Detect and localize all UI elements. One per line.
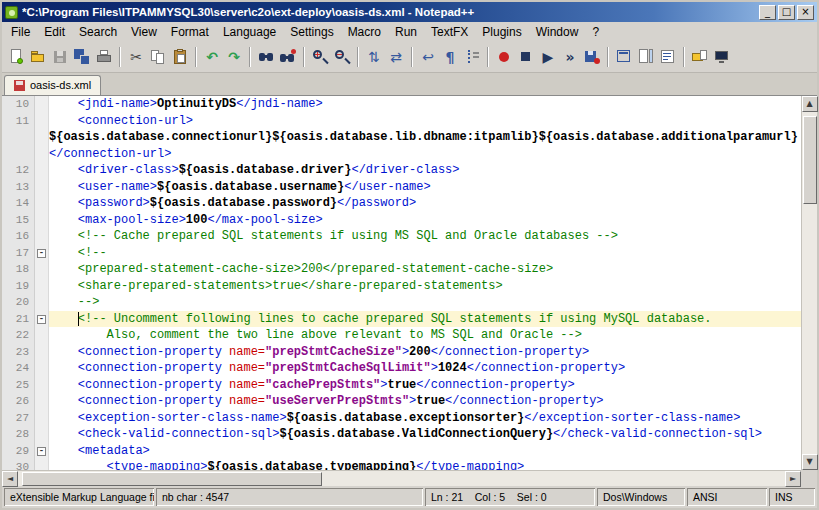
fold-margin[interactable]: -: [35, 245, 49, 262]
copy-icon[interactable]: [148, 47, 168, 67]
function-list-icon[interactable]: [658, 47, 678, 67]
vertical-scrollbar[interactable]: ▲ ▼: [801, 96, 817, 470]
menu-item-settings[interactable]: Settings: [283, 23, 340, 41]
word-wrap-icon[interactable]: ↩: [418, 47, 438, 67]
code-line[interactable]: <!--: [49, 245, 801, 262]
show-all-characters-icon[interactable]: ¶: [440, 47, 460, 67]
stop-recording-icon[interactable]: [516, 47, 536, 67]
code-line[interactable]: <type-mapping>${oasis.database.typemappi…: [49, 459, 801, 470]
menu-item-search[interactable]: Search: [72, 23, 124, 41]
new-file-icon[interactable]: [6, 47, 26, 67]
doc-map-icon[interactable]: [636, 47, 656, 67]
horizontal-scrollbar[interactable]: ◄ ►: [2, 470, 801, 486]
menu-item-view[interactable]: View: [124, 23, 164, 41]
code-line[interactable]: <check-valid-connection-sql>${oasis.data…: [49, 426, 801, 443]
file-browser-icon[interactable]: [690, 47, 710, 67]
menu-item-run[interactable]: Run: [388, 23, 424, 41]
status-insert-mode[interactable]: INS: [769, 488, 815, 506]
record-macro-icon[interactable]: [494, 47, 514, 67]
menu-item-macro[interactable]: Macro: [341, 23, 388, 41]
zoom-in-icon[interactable]: [310, 47, 330, 67]
editor-row: 23 <connection-property name="prepStmtCa…: [2, 344, 801, 361]
open-file-icon[interactable]: [28, 47, 48, 67]
line-number: 30: [2, 459, 35, 470]
close-button[interactable]: ×: [797, 5, 814, 20]
line-number: 14: [2, 195, 35, 212]
fold-collapse-icon[interactable]: -: [37, 249, 46, 258]
minimize-button[interactable]: _: [759, 5, 776, 20]
save-macro-icon[interactable]: [582, 47, 602, 67]
code-line[interactable]: <exception-sorter-class-name>${oasis.dat…: [49, 410, 801, 427]
sync-scroll-h-icon[interactable]: ⇄: [386, 47, 406, 67]
full-screen-icon[interactable]: [614, 47, 634, 67]
code-line[interactable]: ${oasis.database.connectionurl}${oasis.d…: [49, 129, 801, 146]
current-code-line[interactable]: <!-- Uncomment following lines to cache …: [49, 311, 801, 328]
undo-icon[interactable]: ↶: [202, 47, 222, 67]
code-line[interactable]: <driver-class>${oasis.database.driver}</…: [49, 162, 801, 179]
code-line[interactable]: Also, comment the two line above relevan…: [49, 327, 801, 344]
menu-item-window[interactable]: Window: [529, 23, 586, 41]
tab-oasis-ds[interactable]: oasis-ds.xml: [4, 75, 101, 95]
code-line[interactable]: <connection-property name="useServerPrep…: [49, 393, 801, 410]
code-line[interactable]: <connection-property name="cachePrepStmt…: [49, 377, 801, 394]
scroll-up-icon[interactable]: ▲: [802, 96, 818, 112]
code-line[interactable]: <connection-property name="prepStmtCache…: [49, 344, 801, 361]
menu-item-edit[interactable]: Edit: [37, 23, 72, 41]
code-line[interactable]: <share-prepared-statements>true</share-p…: [49, 278, 801, 295]
menu-item-file[interactable]: File: [4, 23, 37, 41]
code-line[interactable]: <max-pool-size>100</max-pool-size>: [49, 212, 801, 229]
scroll-left-icon[interactable]: ◄: [2, 471, 18, 487]
editor-lines[interactable]: 10 <jndi-name>OptinuityDS</jndi-name>11 …: [2, 96, 801, 470]
vertical-scroll-thumb[interactable]: [803, 116, 817, 204]
line-number: 13: [2, 179, 35, 196]
fold-margin: [35, 195, 49, 212]
code-line[interactable]: <metadata>: [49, 443, 801, 460]
zoom-out-icon[interactable]: [332, 47, 352, 67]
status-encoding[interactable]: ANSI: [687, 488, 767, 506]
fold-margin[interactable]: -: [35, 443, 49, 460]
replace-icon[interactable]: [278, 47, 298, 67]
toolbar-separator: [357, 47, 359, 67]
code-line[interactable]: <connection-url>: [49, 113, 801, 130]
status-eol-format[interactable]: Dos\Windows: [597, 488, 685, 506]
code-line[interactable]: <!-- Cache prepared SQL statements if us…: [49, 228, 801, 245]
cut-icon[interactable]: ✂: [126, 47, 146, 67]
fold-margin: [35, 294, 49, 311]
code-line[interactable]: -->: [49, 294, 801, 311]
code-line[interactable]: <password>${oasis.database.password}</pa…: [49, 195, 801, 212]
save-all-icon[interactable]: [72, 47, 92, 67]
sync-scroll-v-icon[interactable]: ⇅: [364, 47, 384, 67]
show-indent-guide-icon[interactable]: [462, 47, 482, 67]
code-line[interactable]: <prepared-statement-cache-size>200</prep…: [49, 261, 801, 278]
code-line[interactable]: <connection-property name="prepStmtCache…: [49, 360, 801, 377]
horizontal-scroll-thumb[interactable]: [22, 472, 322, 486]
playback-macro-icon[interactable]: ▶: [538, 47, 558, 67]
menu-item-textfx[interactable]: TextFX: [424, 23, 475, 41]
scroll-down-icon[interactable]: ▼: [802, 454, 818, 470]
menu-item-plugins[interactable]: Plugins: [475, 23, 528, 41]
fold-margin[interactable]: -: [35, 311, 49, 328]
fold-collapse-icon[interactable]: -: [37, 447, 46, 456]
line-number: 19: [2, 278, 35, 295]
code-line[interactable]: </connection-url>: [49, 146, 801, 163]
print-icon[interactable]: [94, 47, 114, 67]
tab-bar: oasis-ds.xml: [2, 73, 817, 96]
code-line[interactable]: <jndi-name>OptinuityDS</jndi-name>: [49, 96, 801, 113]
code-line[interactable]: <user-name>${oasis.database.username}</u…: [49, 179, 801, 196]
redo-icon[interactable]: ↷: [224, 47, 244, 67]
fold-margin: [35, 377, 49, 394]
menu-item-format[interactable]: Format: [164, 23, 216, 41]
line-number: 16: [2, 228, 35, 245]
fold-collapse-icon[interactable]: -: [37, 315, 46, 324]
menu-item-help[interactable]: ?: [585, 23, 606, 41]
editor-row: 22 Also, comment the two line above rele…: [2, 327, 801, 344]
run-macro-multiple-icon[interactable]: »: [560, 47, 580, 67]
monitoring-icon[interactable]: [712, 47, 732, 67]
scroll-right-icon[interactable]: ►: [785, 471, 801, 487]
paste-icon[interactable]: [170, 47, 190, 67]
find-icon[interactable]: [256, 47, 276, 67]
maximize-button[interactable]: □: [778, 5, 795, 20]
menu-item-language[interactable]: Language: [216, 23, 283, 41]
toolbar: ✂↶↷⇅⇄↩¶▶»: [2, 41, 817, 73]
title-bar[interactable]: *C:\Program Files\ITPAMMYSQL30\server\c2…: [2, 2, 817, 22]
